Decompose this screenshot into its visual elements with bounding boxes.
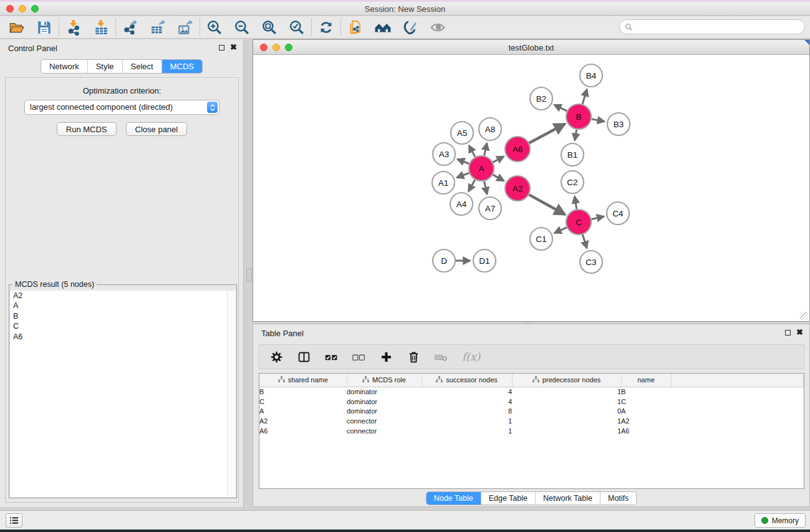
run-mcds-button[interactable]: Run MCDS	[57, 122, 117, 136]
memory-button[interactable]: Memory	[755, 513, 806, 528]
export-image-button[interactable]	[171, 17, 199, 37]
zoom-out-button[interactable]	[228, 17, 256, 37]
table-cell[interactable]: 1	[512, 397, 621, 407]
table-cell[interactable]: 8	[422, 406, 512, 416]
mcds-result-item[interactable]: A2	[10, 291, 236, 301]
tab-network-table[interactable]: Network Table	[535, 492, 600, 505]
mcds-result-item[interactable]: B	[10, 311, 236, 321]
birds-eye-view-button[interactable]	[424, 17, 451, 37]
graph-node-C3[interactable]: C3	[580, 251, 602, 273]
table-cell[interactable]: dominator	[347, 387, 422, 397]
table-row[interactable]: A6connector11A6	[259, 426, 804, 436]
mcds-result-item[interactable]: A6	[10, 332, 236, 342]
graph-edge-A-A8[interactable]	[485, 143, 487, 155]
search-input[interactable]	[636, 21, 804, 32]
mcds-result-list[interactable]: A2ABCA6	[10, 291, 236, 497]
export-network-button[interactable]	[117, 17, 144, 37]
tab-select[interactable]: Select	[122, 60, 162, 73]
graph-node-B3[interactable]: B3	[607, 113, 630, 135]
import-table-button[interactable]	[87, 17, 115, 37]
table-options-button[interactable]	[270, 351, 283, 364]
column-header-MCDS-role[interactable]: MCDS role	[347, 374, 422, 387]
table-cell[interactable]: C	[621, 397, 671, 407]
result-list-scrollbar[interactable]	[227, 291, 236, 497]
delete-column-button[interactable]	[407, 351, 420, 364]
table-cell[interactable]: 4	[422, 397, 512, 407]
function-builder-button[interactable]: f(x)	[462, 351, 480, 363]
graph-edge-A-A2[interactable]	[493, 175, 504, 181]
show-hide-details-button[interactable]	[397, 17, 424, 37]
graph-edge-B-B1[interactable]	[575, 130, 577, 141]
table-cell[interactable]: B	[259, 387, 347, 397]
tab-network[interactable]: Network	[41, 60, 87, 73]
search-field[interactable]	[619, 19, 805, 34]
table-cell[interactable]: 1	[422, 426, 512, 436]
table-cell[interactable]: A	[621, 406, 671, 416]
graph-node-B1[interactable]: B1	[561, 143, 584, 166]
graph-edge-C-C2[interactable]	[575, 196, 577, 210]
graph-edge-A-A4[interactable]	[468, 180, 475, 191]
criterion-dropdown[interactable]: largest connected component (directed)	[24, 100, 219, 115]
graph-edge-C-C3[interactable]	[582, 235, 587, 248]
graph-edge-A2-C[interactable]	[529, 195, 565, 215]
graph-node-B[interactable]: B	[566, 104, 591, 129]
import-network-button[interactable]	[60, 17, 87, 37]
float-table-panel-icon[interactable]	[785, 330, 791, 336]
save-session-button[interactable]	[31, 17, 58, 37]
graph-node-A3[interactable]: A3	[433, 143, 455, 165]
tab-mcds[interactable]: MCDS	[162, 60, 202, 73]
zoom-fit-button[interactable]	[256, 17, 283, 37]
graph-edge-A-A5[interactable]	[469, 145, 475, 157]
graph-edge-A-A1[interactable]	[457, 173, 470, 177]
graph-node-C4[interactable]: C4	[607, 202, 629, 225]
graph-node-B2[interactable]: B2	[530, 87, 552, 110]
mcds-result-item[interactable]: A	[10, 301, 236, 311]
graph-node-A5[interactable]: A5	[451, 122, 473, 144]
graph-node-D1[interactable]: D1	[473, 249, 496, 272]
graph-edge-A6-B[interactable]	[529, 124, 565, 143]
unselect-all-columns-button[interactable]	[352, 351, 365, 364]
table-cell[interactable]: dominator	[347, 406, 422, 416]
table-row[interactable]: A2connector11A2	[259, 416, 804, 426]
refresh-button[interactable]	[312, 17, 340, 37]
graph-edge-A-A6[interactable]	[493, 157, 504, 162]
table-cell[interactable]: A6	[259, 426, 347, 436]
table-cell[interactable]: dominator	[347, 397, 422, 407]
graph-edge-C-C1[interactable]	[554, 228, 567, 233]
graph-node-C1[interactable]: C1	[530, 228, 552, 250]
tab-style[interactable]: Style	[87, 60, 122, 73]
tab-edge-table[interactable]: Edge Table	[481, 492, 535, 505]
close-panel-button[interactable]: Close panel	[126, 122, 188, 136]
select-all-columns-button[interactable]	[325, 351, 338, 364]
table-cell[interactable]: A2	[259, 416, 347, 426]
graph-node-A6[interactable]: A6	[505, 137, 530, 162]
graph-node-C2[interactable]: C2	[561, 171, 584, 193]
zoom-in-button[interactable]	[201, 17, 228, 37]
graph-node-D[interactable]: D	[433, 249, 455, 272]
column-header-predecessor-nodes[interactable]: predecessor nodes	[512, 374, 621, 387]
task-history-button[interactable]	[6, 513, 22, 528]
show-column-panel-button[interactable]	[297, 351, 311, 364]
table-row[interactable]: Bdominator41B	[259, 387, 804, 397]
table-cell[interactable]: C	[259, 397, 347, 407]
resize-grip-icon[interactable]	[800, 312, 808, 320]
table-row[interactable]: Adominator80A	[259, 406, 804, 416]
network-graph[interactable]: B4B2BB3A5A8A6A3AB1A1A2C2A4A7C4CC1C3DD1	[253, 56, 809, 322]
tab-motifs[interactable]: Motifs	[600, 492, 636, 505]
table-cell[interactable]: A2	[621, 416, 671, 426]
graph-node-A2[interactable]: A2	[505, 176, 530, 201]
graph-node-A8[interactable]: A8	[479, 118, 501, 140]
tab-node-table[interactable]: Node Table	[427, 492, 481, 505]
close-panel-icon[interactable]: ✖	[230, 44, 237, 51]
graph-node-A1[interactable]: A1	[432, 172, 455, 194]
table-cell[interactable]: B	[621, 387, 671, 397]
table-cell[interactable]: 0	[512, 406, 621, 416]
network-canvas[interactable]: B4B2BB3A5A8A6A3AB1A1A2C2A4A7C4CC1C3DD1	[253, 56, 809, 321]
open-session-button[interactable]	[3, 17, 31, 37]
table-cell[interactable]: A	[259, 406, 347, 416]
graph-node-A7[interactable]: A7	[479, 197, 501, 220]
table-cell[interactable]: 1	[512, 387, 621, 397]
table-cell[interactable]: A6	[621, 426, 671, 436]
close-table-panel-icon[interactable]: ✖	[796, 329, 803, 336]
vertical-splitter-handle[interactable]	[246, 268, 252, 282]
